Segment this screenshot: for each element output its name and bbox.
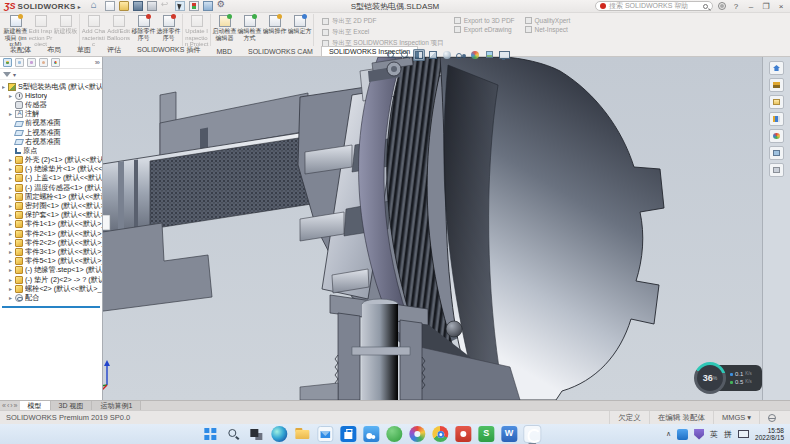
ribbon-add-characteristic[interactable]: Add Characteristic <box>81 14 106 46</box>
undo-icon[interactable] <box>161 1 171 11</box>
clock[interactable]: 15:58 2022/8/15 <box>755 427 784 441</box>
ime-mode-indicator[interactable]: 拼 <box>724 429 732 440</box>
tray-security-shield-icon[interactable] <box>694 429 704 440</box>
ribbon-remove-balloons[interactable]: 移除零件序号 <box>131 14 156 46</box>
view-orientation-icon[interactable] <box>427 49 439 61</box>
tree-item[interactable]: (-) 温度传感器<1> (默认<<默认>_ <box>2 183 102 192</box>
restore-button[interactable]: ❐ <box>761 2 771 11</box>
tray-display-icon[interactable] <box>738 430 749 438</box>
help-button[interactable]: ? <box>731 2 741 11</box>
ribbon-edit-inspection-project[interactable]: Edit Inspection Project <box>28 14 53 46</box>
appearances-scenes-icon[interactable] <box>769 129 784 143</box>
solidworks-resources-icon[interactable] <box>769 61 784 75</box>
qualityxpert[interactable]: QualityXpert <box>525 17 571 24</box>
file-properties-icon[interactable] <box>203 1 213 11</box>
tab-model[interactable]: 模型 <box>20 401 51 410</box>
apply-scene-icon[interactable] <box>483 49 495 61</box>
view-palette-icon[interactable] <box>769 112 784 126</box>
wps-writer-icon[interactable] <box>501 426 517 442</box>
mail-icon[interactable] <box>317 426 333 442</box>
net-speed-widget[interactable]: 0.1K/s 0.5K/s 36% <box>694 362 726 394</box>
tab-cam[interactable]: SOLIDWORKS CAM <box>240 46 321 56</box>
solidworks-forum-icon[interactable] <box>769 163 784 177</box>
tree-item[interactable]: (-) 上盖<1> (默认<<默认>_显示状 <box>2 174 102 183</box>
tree-item[interactable]: 零件2<1> (默认<<默认>_显示状 <box>2 229 102 238</box>
cloud-drive-icon[interactable] <box>363 426 379 442</box>
filter-input[interactable] <box>18 71 99 78</box>
tree-item[interactable]: 零件2<2> (默认<<默认>_显示状 <box>2 238 102 247</box>
ribbon-update-inspection-project[interactable]: Update Inspection Project <box>184 14 209 46</box>
tree-root[interactable]: S型铠装热电偶 (默认<默认_显示状态-1 <box>2 82 102 91</box>
ribbon-edit-datums[interactable]: 编辑定方 <box>287 14 312 46</box>
browser-circle-icon[interactable] <box>409 426 425 442</box>
tray-blue-app-icon[interactable] <box>677 429 688 440</box>
ribbon-add-edit-balloons[interactable]: Add/Edit Balloons <box>106 14 131 46</box>
tab-mbd[interactable]: MBD <box>208 46 240 56</box>
ribbon-edit-inspection-methods[interactable]: 编辑检查方式 <box>237 14 262 46</box>
tab-motion-study[interactable]: 运动算例1 <box>92 401 141 410</box>
ribbon-launch-inspection-editor[interactable]: 启动检查编辑器 <box>212 14 237 46</box>
tree-item[interactable]: 前视基准面 <box>2 119 102 128</box>
tree-item[interactable]: 螺栓<2> (默认<<默认>_显示状态 <box>2 284 102 293</box>
open-document-icon[interactable] <box>119 1 129 11</box>
tree-item[interactable]: (-) 绝缘管.step<1> (默认<<默认> <box>2 266 102 275</box>
tree-item[interactable]: 零件1<1> (默认<<默认>_显示状态 <box>2 220 102 229</box>
tree-item[interactable]: History <box>2 91 102 100</box>
export-3d-pdf[interactable]: Export to 3D PDF <box>454 17 515 24</box>
custom-properties-icon[interactable] <box>769 146 784 160</box>
file-explorer-icon[interactable] <box>769 95 784 109</box>
wps-spreadsheet-icon[interactable] <box>478 426 494 442</box>
net-inspect[interactable]: Net-Inspect <box>525 26 571 33</box>
units-selector[interactable]: MMGS▾ <box>713 411 759 424</box>
green-app-icon[interactable] <box>386 426 402 442</box>
tree-item[interactable]: 外壳 (2)<1> (默认<<默认>_显示状 <box>2 156 102 165</box>
panel-tabs-overflow-chevron[interactable]: ›» <box>95 59 99 66</box>
options-gear-icon[interactable] <box>217 1 227 11</box>
search-icon[interactable] <box>703 4 708 9</box>
tree-item[interactable]: 原点 <box>2 146 102 155</box>
view-settings-icon[interactable] <box>497 49 509 61</box>
property-manager-tab-icon[interactable] <box>15 58 24 67</box>
tree-item[interactable]: 零件5<1> (默认<<默认>_显示状 <box>2 257 102 266</box>
section-view-icon[interactable] <box>413 49 425 61</box>
red-app-icon[interactable] <box>455 426 471 442</box>
model-3d-view[interactable] <box>0 57 762 400</box>
tray-expand-icon[interactable]: ∧ <box>666 430 671 438</box>
zoom-to-fit-icon[interactable] <box>385 49 397 61</box>
filter-caret-icon[interactable]: ▾ <box>13 71 16 78</box>
tree-item[interactable]: 零件3<1> (默认<<默认>_显示状 <box>2 247 102 256</box>
solidworks-taskbar-icon[interactable] <box>524 426 540 442</box>
export-edrawing[interactable]: Export eDrawing <box>454 26 515 33</box>
filter-funnel-icon[interactable] <box>3 72 11 77</box>
login-user-icon[interactable] <box>718 2 726 10</box>
hide-show-items-icon[interactable] <box>455 49 467 61</box>
search-box[interactable]: 搜索 SOLIDWORKS 帮助 <box>595 1 713 11</box>
minimize-button[interactable]: – <box>746 2 756 11</box>
ribbon-new-inspection-project[interactable]: 新建检查项目 (imp:M) <box>3 14 28 46</box>
ribbon-new-template[interactable]: 新建模板 <box>53 14 78 46</box>
edit-appearance-icon[interactable] <box>469 49 481 61</box>
zoom-to-area-icon[interactable] <box>399 49 411 61</box>
tree-item[interactable]: 固定螺栓<1> (默认<<默认>_显示状 <box>2 192 102 201</box>
rollback-bar[interactable] <box>2 306 100 308</box>
print-icon[interactable] <box>147 1 157 11</box>
o-ring-section[interactable] <box>446 321 462 337</box>
dimxpert-manager-tab-icon[interactable] <box>39 58 48 67</box>
new-document-icon[interactable] <box>105 1 115 11</box>
display-manager-tab-icon[interactable] <box>51 58 60 67</box>
rebuild-icon[interactable] <box>189 1 199 11</box>
tree-item[interactable]: 注解 <box>2 110 102 119</box>
close-button[interactable]: × <box>776 2 786 11</box>
chrome-icon[interactable] <box>432 426 448 442</box>
tree-item-mates[interactable]: 配合 <box>2 293 102 302</box>
feature-manager-tab-icon[interactable] <box>3 58 12 67</box>
design-library-icon[interactable] <box>769 78 784 92</box>
ime-language-indicator[interactable]: 英 <box>710 429 718 440</box>
start-button[interactable] <box>202 426 218 442</box>
tree-item[interactable]: 传感器 <box>2 100 102 109</box>
select-arrow-icon[interactable] <box>175 1 185 11</box>
home-icon[interactable] <box>91 1 101 11</box>
export-2d-pdf[interactable]: 导出至 2D PDF <box>322 17 444 26</box>
display-style-icon[interactable] <box>441 49 453 61</box>
configuration-manager-tab-icon[interactable] <box>27 58 36 67</box>
